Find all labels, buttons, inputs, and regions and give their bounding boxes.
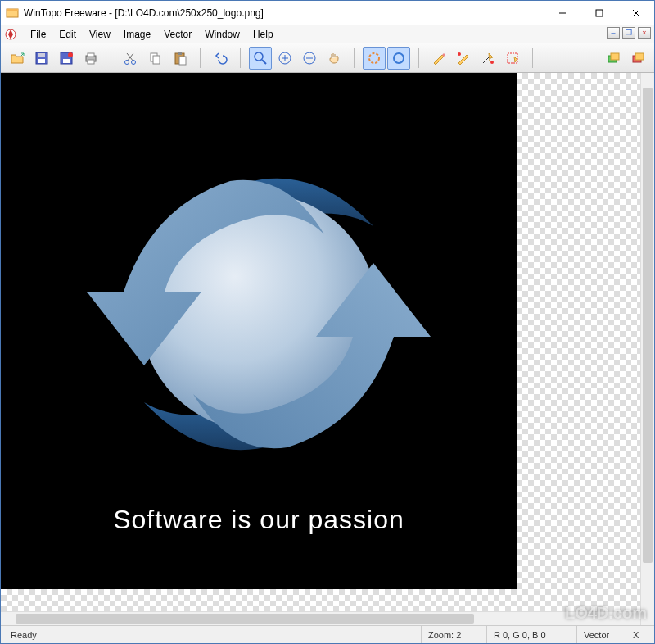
trace-solid-icon — [391, 51, 406, 66]
statusbar: Ready Zoom: 2 R 0, G 0, B 0 Vector X — [1, 625, 654, 643]
menu-view[interactable]: View — [83, 27, 117, 42]
canvas-viewport[interactable]: Software is our passion — [1, 73, 640, 611]
canvas-area: Software is our passion — [1, 73, 640, 625]
minimize-button[interactable] — [544, 1, 580, 25]
svg-rect-1 — [7, 9, 18, 11]
mdi-minimize-button[interactable]: – — [607, 27, 620, 39]
crop-button[interactable] — [501, 47, 524, 70]
undo-button[interactable] — [209, 47, 232, 70]
menu-image[interactable]: Image — [117, 27, 157, 42]
logo-graphic — [46, 128, 472, 488]
vector-tool-icon — [481, 51, 495, 66]
draw-ext-icon — [456, 51, 471, 66]
zoom-out-button[interactable] — [298, 47, 321, 70]
maximize-button[interactable] — [580, 1, 617, 25]
trace-solid-button[interactable] — [387, 47, 410, 70]
image-caption: Software is our passion — [113, 505, 404, 535]
svg-rect-11 — [63, 59, 70, 63]
window-title: WinTopo Freeware - [D:\LO4D.com\250x250_… — [24, 7, 544, 19]
svg-point-31 — [394, 53, 404, 63]
close-button[interactable] — [617, 1, 654, 25]
save-as-icon — [59, 51, 74, 66]
open-button[interactable] — [6, 47, 29, 70]
svg-rect-22 — [179, 57, 186, 65]
zoom-out-icon — [302, 51, 317, 66]
workspace: Software is our passion — [1, 73, 654, 625]
trace-dotted-button[interactable] — [363, 47, 386, 70]
svg-point-23 — [255, 52, 263, 61]
menu-help[interactable]: Help — [246, 27, 280, 42]
svg-rect-36 — [611, 53, 619, 60]
print-icon — [84, 51, 98, 66]
svg-rect-14 — [88, 53, 94, 57]
pan-icon — [327, 51, 341, 66]
svg-line-24 — [262, 60, 266, 64]
status-rgb: R 0, G 0, B 0 — [487, 626, 577, 643]
zoom-in-button[interactable] — [273, 47, 296, 70]
svg-rect-9 — [38, 53, 45, 57]
app-window: WinTopo Freeware - [D:\LO4D.com\250x250_… — [0, 0, 655, 644]
menu-window[interactable]: Window — [198, 27, 246, 42]
menu-vector[interactable]: Vector — [157, 27, 198, 42]
svg-rect-19 — [153, 56, 160, 64]
cut-icon — [124, 51, 138, 66]
trace-dotted-icon — [367, 51, 382, 66]
status-ready: Ready — [4, 626, 422, 643]
titlebar: WinTopo Freeware - [D:\LO4D.com\250x250_… — [1, 1, 654, 25]
draw-icon — [431, 51, 446, 66]
save-as-button[interactable] — [55, 47, 78, 70]
layers-b-icon — [630, 51, 645, 66]
cut-button[interactable] — [120, 47, 142, 70]
pan-button[interactable] — [323, 47, 346, 70]
copy-button[interactable] — [144, 47, 167, 70]
vector-tool-button[interactable] — [477, 47, 499, 70]
status-vector: Vector — [577, 626, 626, 643]
watermark: LO4D.com — [565, 604, 647, 623]
crop-icon — [505, 51, 520, 66]
layers-a-icon — [606, 51, 621, 66]
app-icon — [6, 7, 19, 20]
mdi-app-icon — [4, 28, 17, 41]
svg-rect-38 — [635, 53, 644, 60]
layers-a-button[interactable] — [602, 47, 625, 70]
vertical-scrollbar[interactable] — [640, 73, 654, 625]
svg-point-12 — [68, 52, 73, 57]
mdi-controls: – ❐ × — [607, 27, 651, 39]
draw-ext-button[interactable] — [452, 47, 475, 70]
svg-rect-21 — [178, 52, 182, 55]
loaded-image: Software is our passion — [1, 73, 517, 589]
menu-file[interactable]: File — [24, 27, 52, 42]
undo-icon — [213, 51, 228, 66]
paste-icon — [173, 51, 187, 66]
menubar: File Edit View Image Vector Window Help … — [1, 25, 654, 43]
layers-b-button[interactable] — [626, 47, 649, 70]
svg-point-32 — [458, 52, 461, 56]
menu-edit[interactable]: Edit — [52, 27, 83, 42]
print-button[interactable] — [79, 47, 102, 70]
open-icon — [10, 51, 25, 66]
zoom-icon — [253, 51, 268, 66]
save-icon — [34, 51, 49, 66]
mdi-restore-button[interactable]: ❐ — [622, 27, 635, 39]
zoom-button[interactable] — [249, 47, 272, 70]
status-coord: X — [626, 626, 651, 643]
draw-button[interactable] — [427, 47, 450, 70]
svg-rect-3 — [596, 10, 603, 16]
svg-rect-15 — [88, 60, 94, 64]
window-controls — [544, 1, 654, 25]
copy-icon — [148, 51, 163, 66]
svg-point-30 — [369, 53, 379, 63]
save-button[interactable] — [30, 47, 53, 70]
toolbar — [1, 43, 654, 73]
zoom-in-icon — [278, 51, 292, 66]
paste-button[interactable] — [169, 47, 192, 70]
svg-rect-8 — [38, 59, 45, 63]
horizontal-scrollbar[interactable] — [1, 611, 640, 625]
status-zoom: Zoom: 2 — [422, 626, 487, 643]
mdi-close-button[interactable]: × — [638, 27, 651, 39]
svg-point-33 — [490, 61, 494, 64]
